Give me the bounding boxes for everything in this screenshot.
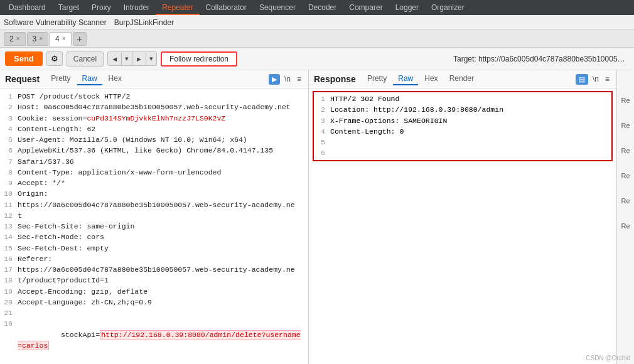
- line-17: 17https://0a6c005d04c787a880be35b1000500…: [4, 264, 304, 275]
- resp-line-5: 5: [316, 137, 609, 147]
- line-12: 12t: [4, 210, 304, 221]
- line-3: 3Cookie: session=cuPd314SYmDjvkkElNh7nzz…: [4, 113, 304, 124]
- nav-dashboard[interactable]: Dashboard: [3, 0, 52, 15]
- response-panel: Response Pretty Raw Hex Render ▤ \n ≡ 1H…: [309, 70, 616, 364]
- action-bar: Send ⚙ Cancel ◄ ▾ ► ▾ Follow redirection…: [0, 48, 634, 70]
- nav-repeater[interactable]: Repeater: [156, 0, 199, 15]
- request-icons: ▶ \n ≡: [269, 73, 303, 85]
- nav-intruder[interactable]: Intruder: [117, 0, 156, 15]
- nav-organizer[interactable]: Organizer: [425, 0, 471, 15]
- line-14: 14Sec-Fetch-Mode: cors: [4, 232, 304, 242]
- right-label-3[interactable]: Re: [618, 146, 632, 156]
- request-body[interactable]: 1POST /product/stock HTTP/2 2Host: 0a6c0…: [0, 88, 308, 364]
- settings-button[interactable]: ⚙: [46, 51, 63, 66]
- nav-comparer[interactable]: Comparer: [343, 0, 389, 15]
- line-10: 10Origin:: [4, 188, 304, 199]
- tab-4-label: 4: [55, 35, 60, 43]
- line-7: 7Safari/537.36: [4, 156, 304, 167]
- nav-prev-dropdown[interactable]: ▾: [122, 52, 132, 65]
- top-nav: Dashboard Target Proxy Intruder Repeater…: [0, 0, 634, 15]
- line-5: 5User-Agent: Mozilla/5.0 (Windows NT 10.…: [4, 134, 304, 145]
- request-panel-header: Request Pretty Raw Hex ▶ \n ≡: [0, 70, 308, 88]
- tab-4[interactable]: 4 ×: [50, 32, 72, 46]
- nav-proxy[interactable]: Proxy: [85, 0, 117, 15]
- tab-2-label: 2: [9, 35, 14, 43]
- nav-prev-next: ◄ ▾ ► ▾: [107, 51, 157, 66]
- line-20: 20Accept-Language: zh-CN,zh;q=0.9: [4, 297, 304, 308]
- tab-3-close[interactable]: ×: [39, 35, 43, 42]
- response-tab-hex[interactable]: Hex: [419, 73, 443, 85]
- right-side-panel: Re Re Re Re Re Re: [616, 70, 634, 364]
- watermark: CSDN @Orchid: [586, 355, 630, 361]
- follow-redirection-button[interactable]: Follow redirection: [161, 51, 237, 67]
- nav-decoder[interactable]: Decoder: [302, 0, 343, 15]
- main-content: Request Pretty Raw Hex ▶ \n ≡ 1POST /pro…: [0, 70, 634, 364]
- request-wrap-btn[interactable]: \n: [282, 73, 293, 85]
- line-11: 11https://0a6c005d04c787a880be35b1000500…: [4, 200, 304, 210]
- response-tab-pretty[interactable]: Pretty: [362, 73, 392, 85]
- tab-4-close[interactable]: ×: [62, 35, 66, 42]
- stockapi-value: http://192.168.0.39:8080/admin/delete?us…: [18, 330, 301, 350]
- response-icons: ▤ \n ≡: [576, 73, 611, 85]
- resp-line-3: 3X-Frame-Options: SAMEORIGIN: [316, 115, 609, 126]
- right-label-1[interactable]: Re: [618, 95, 632, 105]
- response-menu-btn[interactable]: ≡: [603, 73, 611, 85]
- line-4: 4Content-Length: 62: [4, 124, 304, 134]
- nav-prev-button[interactable]: ◄: [108, 53, 122, 65]
- right-label-6[interactable]: Re: [618, 221, 632, 231]
- line-18: 18t/product?productId=1: [4, 275, 304, 286]
- right-label-5[interactable]: Re: [618, 196, 632, 206]
- resp-line-1: 1HTTP/2 302 Found: [316, 94, 609, 104]
- line-13: 13Sec-Fetch-Site: same-origin: [4, 221, 304, 232]
- line-19: 19Accept-Encoding: gzip, deflate: [4, 286, 304, 297]
- request-menu-btn[interactable]: ≡: [295, 73, 303, 85]
- resp-line-2: 2Location: http://192.168.0.39:8080/admi…: [316, 104, 609, 115]
- send-button[interactable]: Send: [5, 51, 43, 66]
- request-panel: Request Pretty Raw Hex ▶ \n ≡ 1POST /pro…: [0, 70, 309, 364]
- tool-vuln-scanner[interactable]: Software Vulnerability Scanner: [4, 18, 107, 27]
- response-highlighted-block: 1HTTP/2 302 Found 2Location: http://192.…: [313, 91, 613, 161]
- line-16: 16Referer:: [4, 254, 304, 264]
- request-tab-hex[interactable]: Hex: [104, 73, 127, 85]
- line-15: 15Sec-Fetch-Dest: empty: [4, 243, 304, 254]
- nav-next-button[interactable]: ►: [132, 53, 146, 65]
- tool-js-link-finder[interactable]: BurpJSLinkFinder: [114, 18, 174, 27]
- target-url-label: Target: https://0a6c005d04c787a880be35b1…: [453, 55, 629, 63]
- nav-logger[interactable]: Logger: [389, 0, 425, 15]
- request-tab-raw[interactable]: Raw: [77, 73, 102, 85]
- tab-bar: 2 × 3 × 4 × +: [0, 30, 634, 48]
- nav-sequencer[interactable]: Sequencer: [253, 0, 302, 15]
- line-8: 8Content-Type: application/x-www-form-ur…: [4, 167, 304, 178]
- response-wrap-btn[interactable]: \n: [591, 73, 601, 85]
- line-21: 21: [4, 308, 304, 318]
- line-9: 9Accept: */*: [4, 178, 304, 188]
- tab-3-label: 3: [33, 35, 37, 43]
- response-view-btn[interactable]: ▤: [576, 74, 588, 85]
- response-tab-raw[interactable]: Raw: [393, 73, 418, 85]
- tab-2-close[interactable]: ×: [16, 35, 20, 42]
- tab-2[interactable]: 2 ×: [4, 32, 26, 46]
- response-panel-header: Response Pretty Raw Hex Render ▤ \n ≡: [309, 70, 616, 88]
- stockapi-key: stockApi=: [61, 331, 100, 339]
- request-send-icon-btn[interactable]: ▶: [269, 74, 280, 85]
- cancel-button[interactable]: Cancel: [67, 51, 104, 67]
- second-bar: Software Vulnerability Scanner BurpJSLin…: [0, 15, 634, 30]
- resp-line-4: 4Content-Length: 0: [316, 126, 609, 137]
- response-tab-render[interactable]: Render: [444, 73, 479, 85]
- tab-add-button[interactable]: +: [73, 32, 87, 46]
- right-label-2[interactable]: Re: [618, 120, 632, 131]
- response-title: Response: [314, 74, 356, 84]
- request-title: Request: [5, 74, 40, 84]
- nav-next-dropdown[interactable]: ▾: [146, 52, 156, 65]
- response-tabs: Pretty Raw Hex Render: [362, 73, 576, 85]
- stockapi-line: 16 stockApi=http://192.168.0.39:8080/adm…: [4, 318, 304, 361]
- tab-3[interactable]: 3 ×: [27, 32, 49, 46]
- line-1: 1POST /product/stock HTTP/2: [4, 91, 304, 102]
- right-label-4[interactable]: Re: [618, 171, 632, 181]
- nav-collaborator[interactable]: Collaborator: [200, 0, 253, 15]
- resp-line-6: 6: [316, 147, 609, 158]
- request-tab-pretty[interactable]: Pretty: [46, 73, 75, 85]
- line-6: 6AppleWebKit/537.36 (KHTML, like Gecko) …: [4, 145, 304, 156]
- nav-target[interactable]: Target: [52, 0, 85, 15]
- request-tabs: Pretty Raw Hex: [46, 73, 269, 85]
